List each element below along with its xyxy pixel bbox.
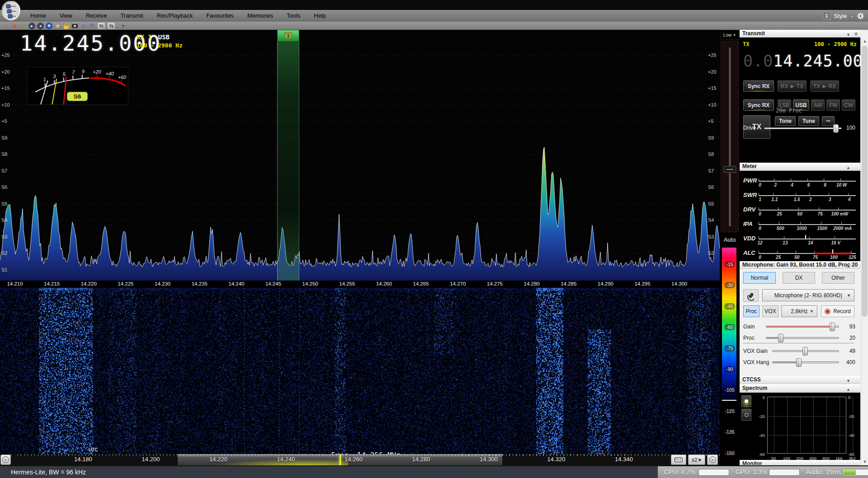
- filter-icon[interactable]: ▼: [80, 23, 87, 29]
- scroll-down-icon[interactable]: ▼: [861, 458, 868, 465]
- vox-hang-slider[interactable]: [772, 361, 839, 363]
- stop-icon[interactable]: ■: [37, 23, 44, 29]
- mode-button-cw[interactable]: CW: [842, 99, 855, 111]
- meter-scale-line: [759, 195, 856, 196]
- rx-to-tx-button[interactable]: RX ► TX: [778, 80, 807, 92]
- db-label-right: S3: [708, 234, 714, 239]
- gain-slider[interactable]: [766, 326, 839, 328]
- colorbar-db-label: -135: [723, 429, 736, 435]
- passband-tab[interactable]: 1: [277, 30, 299, 42]
- tx-frequency[interactable]: 0.014.245.000: [743, 52, 868, 70]
- panel-scrollbar-thumb[interactable]: [862, 46, 868, 317]
- proc-slider[interactable]: [766, 337, 839, 339]
- mic-profile-other[interactable]: Other: [822, 272, 854, 284]
- slider-thumb[interactable]: [796, 358, 802, 367]
- db-label-left: S2: [1, 250, 7, 256]
- menu-view[interactable]: View: [53, 10, 79, 22]
- add-icon[interactable]: ✚: [46, 23, 52, 29]
- keyboard-entry-button[interactable]: [671, 455, 686, 465]
- tx-bandwidth-dropdown[interactable]: 2.8kHz▼: [781, 305, 817, 317]
- mic-select-button[interactable]: [743, 289, 759, 302]
- sync-rx-button-2[interactable]: Sync RX: [743, 99, 774, 111]
- close-panel-icon[interactable]: ✕: [854, 30, 858, 38]
- panel-scrollbar[interactable]: ▲ ▼: [861, 37, 868, 465]
- style-menu[interactable]: Style: [834, 13, 847, 19]
- meter-tick: [835, 236, 835, 239]
- scroll-right-button[interactable]: »: [707, 455, 718, 465]
- style-chevron-icon[interactable]: ⌄: [850, 14, 854, 18]
- menu-tools[interactable]: Tools: [280, 10, 307, 22]
- swap-arrows-button-2[interactable]: ⇆: [107, 22, 115, 29]
- drive-slider[interactable]: [764, 127, 842, 129]
- meter-block: PWR0246810 WSWR11.11.5234DRV0255075100 m…: [740, 171, 860, 261]
- slider-thumb[interactable]: [778, 334, 783, 342]
- mode-button-am[interactable]: AM: [811, 99, 825, 111]
- meter-tick-label: 4: [848, 197, 851, 202]
- meter-tick-label: 2: [774, 183, 777, 187]
- meter-tick: [829, 193, 829, 195]
- audio-y-label-right: -40: [848, 433, 854, 438]
- swap-arrows-button-1[interactable]: ⇆: [97, 22, 105, 29]
- mic-profile-normal[interactable]: Normal: [743, 272, 776, 284]
- meter-tick-label: 125: [849, 255, 856, 260]
- zoom-x2-button[interactable]: x2▶: [688, 455, 705, 465]
- audio-spectrum-on-toggle[interactable]: [741, 395, 751, 407]
- record-button[interactable]: Record: [821, 305, 854, 317]
- panadapter-display[interactable]: +25+20+15+10+5S9S8S7S6S5S4S3S2S1 +25+20+…: [0, 30, 720, 288]
- menu-rec-playback[interactable]: Rec/Playback: [150, 10, 199, 22]
- audio-y-label-left: -60: [759, 452, 765, 457]
- camera-icon[interactable]: [71, 23, 78, 29]
- collapse-chevron-icon[interactable]: ▼: [846, 377, 850, 385]
- db-label-left: +10: [1, 102, 10, 108]
- collapse-expand-icon[interactable]: ▲▼: [823, 12, 831, 20]
- transmit-panel-header[interactable]: Transmit ▼ ✕: [740, 30, 860, 37]
- db-label-left: S1: [1, 267, 7, 272]
- app-logo-icon[interactable]: [2, 1, 21, 21]
- scroll-up-icon[interactable]: ▲: [861, 37, 868, 45]
- play-icon[interactable]: ▶: [28, 23, 35, 29]
- band-scroll-bar[interactable]: 14.18014.20014.22014.24014.26014.28014.3…: [0, 454, 720, 465]
- vox-gain-slider[interactable]: [772, 350, 839, 352]
- favourite-icon[interactable]: ★: [54, 23, 61, 29]
- proc-label: Proc: [743, 335, 755, 341]
- ctcss-panel-header[interactable]: CTCSS▼: [740, 376, 860, 384]
- auto-level-button[interactable]: Auto: [721, 233, 739, 246]
- sync-rx-button-1[interactable]: Sync RX: [743, 80, 774, 92]
- meter-panel-header[interactable]: Meter▲: [740, 163, 860, 170]
- menu-home[interactable]: Home: [24, 10, 53, 22]
- folder-icon[interactable]: ▤: [20, 23, 27, 29]
- mode-button-fm[interactable]: FM: [826, 99, 840, 111]
- scroll-left-button[interactable]: «: [0, 455, 11, 465]
- band-scroll-freq-label: 14.200: [142, 456, 160, 463]
- menu-transmit[interactable]: Transmit: [114, 10, 150, 22]
- meter-tick-label: 500: [777, 226, 784, 231]
- dropdown-chevron-icon[interactable]: ▾: [120, 23, 127, 29]
- home-icon[interactable]: ⌂: [3, 23, 9, 29]
- menu-help[interactable]: Help: [307, 10, 333, 22]
- life-ring-icon[interactable]: ◉: [11, 23, 18, 29]
- menu-favourites[interactable]: Favourites: [199, 10, 241, 22]
- monitor-panel-header-clipped[interactable]: Monitor: [740, 460, 860, 465]
- slider-thumb[interactable]: [802, 347, 808, 356]
- level-slider[interactable]: [721, 41, 739, 232]
- mic-device-dropdown[interactable]: Microphone (2- RIG 800HD)▼: [762, 289, 854, 301]
- menu-memories[interactable]: Memories: [241, 10, 280, 22]
- tx-to-rx-button[interactable]: TX ► RX: [810, 80, 839, 92]
- slider-thumb[interactable]: [830, 323, 835, 331]
- passband-filter-marker[interactable]: 1: [277, 30, 299, 288]
- drive-slider-thumb[interactable]: [833, 124, 839, 133]
- level-slider-handle[interactable]: [723, 166, 736, 173]
- mic-profile-dx[interactable]: DX: [783, 272, 815, 284]
- menu-receive[interactable]: Receive: [79, 10, 114, 22]
- db-label-left: S3: [1, 234, 7, 239]
- low-level-selector[interactable]: Low▼: [721, 30, 739, 40]
- audio-spectrum-panel-header[interactable]: Spectrum▲: [740, 384, 860, 392]
- lock-icon[interactable]: [63, 23, 70, 29]
- proc-toggle-button[interactable]: Proc: [743, 305, 760, 317]
- undo-icon[interactable]: ↶: [89, 23, 95, 29]
- meter-tick-label: 2000 mA: [833, 226, 852, 231]
- audio-spectrum-off-toggle[interactable]: [741, 409, 751, 421]
- gear-icon[interactable]: [857, 12, 864, 20]
- microphone-panel-header[interactable]: Microphone: Gain 93, Boost 15.0 dB, Proc…: [740, 261, 860, 269]
- vox-toggle-button[interactable]: VOX: [762, 305, 778, 317]
